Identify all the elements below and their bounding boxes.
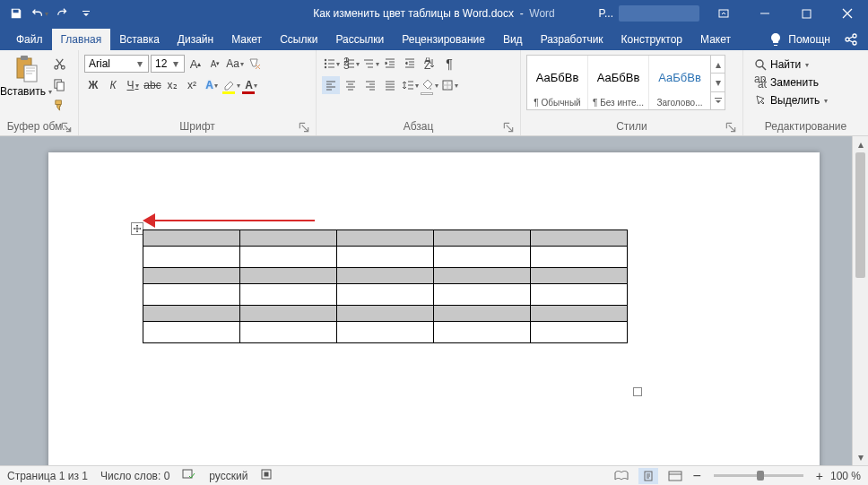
language[interactable]: русский xyxy=(209,470,247,482)
save-button[interactable] xyxy=(5,3,27,24)
font-color-button[interactable]: A▾ xyxy=(242,76,260,94)
ribbon-display-options-button[interactable] xyxy=(703,0,744,27)
share-button[interactable] xyxy=(843,31,859,48)
grow-font-button[interactable]: A▴ xyxy=(187,55,204,73)
text-effects-button[interactable]: A▾ xyxy=(203,76,221,94)
find-button[interactable]: Найти▾ xyxy=(752,56,829,73)
increase-indent-button[interactable] xyxy=(401,55,419,73)
bold-button[interactable]: Ж xyxy=(84,76,102,94)
font-dialog-launcher[interactable] xyxy=(298,121,310,134)
zoom-in-button[interactable]: + xyxy=(816,469,823,483)
bullets-button[interactable]: ▾ xyxy=(322,55,340,73)
font-name-combo[interactable]: Arial▾ xyxy=(84,55,149,73)
sort-button[interactable]: AZ xyxy=(421,55,438,73)
underline-button[interactable]: Ч▾ xyxy=(124,76,142,94)
style-normal[interactable]: АаБбВв¶ Обычный xyxy=(527,56,588,109)
tab-mailings[interactable]: Рассылки xyxy=(326,29,393,50)
word-count[interactable]: Число слов: 0 xyxy=(100,470,169,482)
gallery-more-button[interactable] xyxy=(711,92,725,109)
zoom-out-button[interactable]: − xyxy=(692,468,700,484)
font-size-combo[interactable]: 12▾ xyxy=(151,55,185,73)
superscript-button[interactable]: x² xyxy=(183,76,201,94)
cut-button[interactable] xyxy=(50,55,68,73)
tab-table-design[interactable]: Конструктор xyxy=(612,29,691,50)
change-case-button[interactable]: Aa▾ xyxy=(226,55,244,73)
italic-button[interactable]: К xyxy=(104,76,122,94)
zoom-thumb[interactable] xyxy=(757,471,764,481)
tab-references[interactable]: Ссылки xyxy=(271,29,326,50)
tab-developer[interactable]: Разработчик xyxy=(532,29,612,50)
shrink-font-button[interactable]: A▾ xyxy=(206,55,224,73)
macro-icon[interactable] xyxy=(260,468,273,483)
vertical-scrollbar[interactable]: ▴ ▾ xyxy=(852,136,868,465)
tab-design[interactable]: Дизайн xyxy=(169,29,222,50)
maximize-button[interactable] xyxy=(786,0,827,27)
zoom-level[interactable]: 100 % xyxy=(830,470,861,482)
close-button[interactable] xyxy=(827,0,868,27)
svg-text:1: 1 xyxy=(343,57,350,65)
page-number[interactable]: Страница 1 из 1 xyxy=(7,470,88,482)
shading-button[interactable]: ▾ xyxy=(421,76,438,94)
format-painter-button[interactable] xyxy=(50,96,68,114)
table-resize-handle[interactable] xyxy=(633,387,642,396)
scroll-down-button[interactable]: ▾ xyxy=(853,449,868,465)
document-table[interactable] xyxy=(143,230,628,343)
tab-insert[interactable]: Вставка xyxy=(110,29,169,50)
styles-gallery[interactable]: АаБбВв¶ Обычный АаБбВв¶ Без инте... АаБб… xyxy=(526,55,725,110)
select-button[interactable]: Выделить▾ xyxy=(752,92,829,108)
clipboard-dialog-launcher[interactable] xyxy=(60,121,73,134)
tab-layout[interactable]: Макет xyxy=(222,29,271,50)
tab-review[interactable]: Рецензирование xyxy=(393,29,494,50)
replace-button[interactable]: abacЗаменить xyxy=(752,74,829,91)
svg-point-9 xyxy=(61,65,65,69)
scroll-up-button[interactable]: ▴ xyxy=(853,136,868,152)
borders-button[interactable]: ▾ xyxy=(440,76,458,94)
styles-dialog-launcher[interactable] xyxy=(725,121,737,134)
multilevel-list-button[interactable]: ▾ xyxy=(361,55,379,73)
window-title: Как изменить цвет таблицы в Word.docx - … xyxy=(313,7,555,20)
tab-home[interactable]: Главная xyxy=(52,29,111,50)
decrease-indent-button[interactable] xyxy=(381,55,399,73)
paragraph-dialog-launcher[interactable] xyxy=(502,121,515,134)
ribbon: Вставить▾ Буфер обм... Arial▾ 12▾ A▴ A▾ … xyxy=(0,50,868,136)
font-size-value: 12 xyxy=(155,57,167,70)
line-spacing-button[interactable]: ▾ xyxy=(401,76,419,94)
read-mode-button[interactable] xyxy=(612,468,631,484)
align-center-button[interactable] xyxy=(342,76,360,94)
highlight-button[interactable]: ▾ xyxy=(222,76,240,94)
table-move-handle[interactable] xyxy=(131,222,143,235)
web-layout-button[interactable] xyxy=(665,468,685,484)
copy-button[interactable] xyxy=(50,75,68,93)
account-area[interactable]: P... xyxy=(599,5,699,22)
qat-customize-button[interactable] xyxy=(75,3,97,24)
undo-button[interactable]: ▾ xyxy=(29,3,50,24)
show-hide-button[interactable]: ¶ xyxy=(440,55,458,73)
account-initial: P... xyxy=(599,7,613,20)
minimize-button[interactable] xyxy=(744,0,786,27)
align-left-button[interactable] xyxy=(322,76,340,94)
style-heading1[interactable]: АаБбВвЗаголово... xyxy=(649,56,710,109)
tab-file[interactable]: Файл xyxy=(7,29,52,50)
justify-button[interactable] xyxy=(381,76,399,94)
numbering-button[interactable]: 123▾ xyxy=(342,55,360,73)
spellcheck-icon[interactable] xyxy=(182,468,196,483)
style-no-spacing[interactable]: АаБбВв¶ Без инте... xyxy=(588,56,649,109)
group-paragraph: ▾ 123▾ ▾ AZ ¶ ▾ ▾ ▾ Абзац xyxy=(317,50,521,135)
gallery-down-button[interactable]: ▾ xyxy=(711,74,725,91)
gallery-up-button[interactable]: ▴ xyxy=(711,56,725,74)
tab-view[interactable]: Вид xyxy=(494,29,532,50)
tell-me[interactable]: Помощн xyxy=(786,29,839,50)
tab-table-layout[interactable]: Макет xyxy=(691,29,740,50)
paste-button[interactable]: Вставить▾ xyxy=(4,53,48,100)
zoom-slider[interactable] xyxy=(714,474,803,477)
align-right-button[interactable] xyxy=(361,76,379,94)
redo-button[interactable] xyxy=(52,3,74,24)
page[interactable] xyxy=(48,152,820,465)
strikethrough-button[interactable]: abc xyxy=(143,76,161,94)
group-font: Arial▾ 12▾ A▴ A▾ Aa▾ Ж К Ч▾ abc x₂ x² A▾… xyxy=(79,50,317,135)
clear-formatting-button[interactable] xyxy=(246,55,264,73)
scroll-thumb[interactable] xyxy=(855,152,865,278)
subscript-button[interactable]: x₂ xyxy=(163,76,181,94)
font-label: Шрифт xyxy=(179,120,214,133)
print-layout-button[interactable] xyxy=(638,468,658,484)
